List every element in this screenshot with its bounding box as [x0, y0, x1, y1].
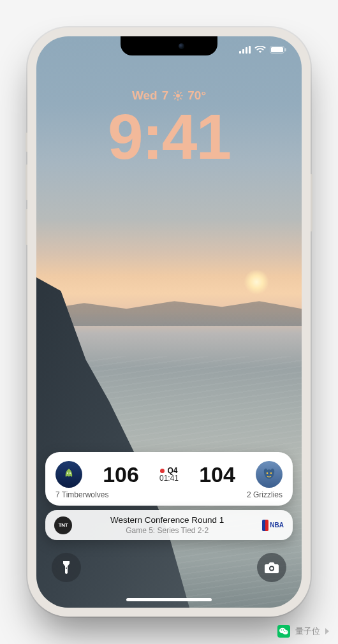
svg-point-19 [270, 472, 272, 474]
svg-rect-3 [249, 46, 251, 54]
svg-point-7 [176, 94, 180, 98]
wifi-icon [254, 46, 266, 54]
front-camera [179, 43, 184, 49]
live-dot-icon [160, 469, 165, 473]
svg-line-12 [175, 92, 175, 93]
home-team-label: 2 Grizzlies [247, 490, 283, 499]
away-score: 106 [103, 462, 139, 487]
svg-point-25 [281, 629, 282, 630]
home-indicator[interactable] [126, 598, 212, 601]
chevron-right-icon [325, 628, 329, 634]
wechat-source-name: 量子位 [295, 626, 320, 637]
scoreboard: 106 Q4 01:41 104 [55, 461, 283, 488]
nba-logo: NBA [262, 520, 284, 531]
live-activity-area: 106 Q4 01:41 104 7 Timberwolves [45, 452, 293, 540]
timberwolves-logo [55, 461, 82, 488]
away-team-label: 7 Timberwolves [55, 490, 108, 499]
series-title: Western Conference Round 1 [80, 515, 254, 525]
camera-button[interactable] [257, 553, 286, 582]
lock-time: 9:41 [36, 100, 302, 173]
svg-rect-5 [271, 47, 283, 52]
svg-line-13 [180, 98, 181, 99]
svg-point-18 [267, 472, 268, 474]
wechat-attribution[interactable]: 量子位 [277, 625, 329, 638]
camera-icon [264, 561, 279, 574]
svg-point-17 [70, 472, 71, 474]
quick-actions [52, 553, 286, 582]
svg-point-16 [67, 472, 68, 474]
cellular-icon [239, 46, 251, 54]
svg-line-15 [180, 92, 181, 93]
svg-rect-6 [285, 48, 286, 52]
side-button [311, 174, 312, 231]
svg-point-24 [283, 630, 288, 634]
svg-rect-1 [242, 49, 244, 54]
svg-line-14 [175, 98, 175, 99]
wallpaper-hills [36, 288, 302, 326]
svg-point-20 [66, 567, 67, 569]
svg-rect-2 [246, 47, 247, 54]
grizzlies-logo [256, 461, 283, 488]
tnt-logo: TNT [54, 516, 72, 534]
sun-icon [173, 91, 183, 101]
series-subtitle: Game 5: Series Tied 2-2 [80, 526, 254, 535]
home-score: 104 [199, 462, 235, 487]
svg-rect-0 [239, 51, 241, 54]
battery-icon [270, 46, 286, 54]
flashlight-button[interactable] [52, 553, 81, 582]
flashlight-icon [61, 560, 72, 574]
live-activity-context[interactable]: TNT Western Conference Round 1 Game 5: S… [45, 510, 293, 540]
iphone-frame: Wed 7 70° 9:41 106 [27, 27, 311, 617]
game-clock-block: Q4 01:41 [159, 467, 179, 483]
svg-point-22 [270, 567, 273, 569]
svg-point-26 [283, 629, 284, 630]
live-activity-card[interactable]: 106 Q4 01:41 104 7 Timberwolves [45, 452, 293, 506]
notch [121, 36, 217, 55]
svg-point-28 [286, 631, 286, 632]
wechat-icon [277, 625, 290, 638]
game-clock: 01:41 [159, 474, 179, 483]
svg-point-27 [284, 631, 285, 632]
lock-screen[interactable]: Wed 7 70° 9:41 106 [36, 36, 302, 608]
